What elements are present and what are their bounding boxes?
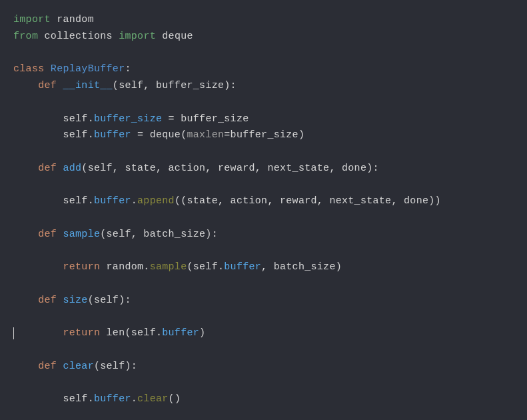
keyword-def: def [38, 295, 57, 306]
args: () [169, 393, 181, 405]
class-name: ReplayBuffer [51, 63, 125, 75]
dot: . [131, 393, 137, 405]
code-line: self.buffer.clear() [13, 391, 514, 408]
code-line: return len(self.buffer) [13, 325, 514, 342]
attribute: buffer_size [94, 113, 162, 125]
code-line: def clear(self): [13, 359, 514, 375]
params: (self): [94, 361, 137, 372]
text: , batch_size) [261, 261, 342, 273]
indent [13, 295, 38, 306]
indent [13, 361, 38, 372]
code-line: self.buffer.append((state, action, rewar… [13, 193, 514, 210]
module-name [51, 14, 57, 25]
method-call: clear [137, 393, 169, 405]
module-name: collections [45, 31, 113, 42]
code-line: def size(self): [13, 293, 514, 309]
keyword-return: return [63, 261, 100, 273]
code-line: def __init__(self, buffer_size): [13, 78, 514, 95]
blank-line [13, 177, 514, 194]
code-editor[interactable]: import random from collections import de… [13, 12, 514, 408]
self-ref: self. [63, 113, 94, 125]
code-line: self.buffer_size = buffer_size [13, 111, 514, 128]
call: len(self. [107, 327, 163, 339]
indent [13, 163, 38, 174]
self-ref: self. [63, 393, 94, 405]
function-name: sample [63, 229, 100, 240]
kwarg: maxlen [187, 129, 224, 141]
blank-line [13, 243, 514, 260]
keyword-def: def [38, 80, 57, 91]
function-name: clear [63, 361, 94, 372]
text: (self. [187, 261, 224, 273]
blank-line [13, 210, 514, 227]
imported-name: deque [162, 31, 193, 42]
code-line: self.buffer = deque(maxlen=buffer_size) [13, 127, 514, 144]
self-ref: self. [63, 129, 94, 141]
keyword-def: def [38, 163, 57, 174]
text: random. [100, 261, 149, 273]
blank-line [13, 375, 514, 392]
call: deque( [150, 129, 187, 141]
attribute: buffer [224, 261, 261, 273]
blank-line [13, 309, 514, 326]
blank-line [13, 342, 514, 359]
text [113, 31, 119, 42]
args: ((state, action, reward, next_state, don… [175, 195, 441, 207]
assignment: = [131, 129, 150, 141]
code-line: def sample(self, batch_size): [13, 227, 514, 243]
keyword-class: class [13, 63, 45, 75]
text [45, 63, 51, 75]
method-call: sample [150, 261, 187, 273]
method-call: append [137, 195, 175, 207]
attribute: buffer [94, 393, 131, 405]
function-name: add [63, 163, 81, 174]
text: =buffer_size) [224, 129, 304, 141]
keyword-import: import [119, 31, 156, 42]
attribute: buffer [94, 129, 131, 141]
code-line: class ReplayBuffer: [13, 61, 514, 78]
text: ) [199, 327, 205, 339]
text [100, 327, 106, 339]
blank-line [13, 144, 514, 161]
code-line: return random.sample(self.buffer, batch_… [13, 259, 514, 276]
keyword-import: import [13, 14, 51, 25]
punctuation: : [125, 63, 131, 75]
function-name: size [63, 295, 87, 306]
params: (self, buffer_size): [113, 80, 237, 91]
indent [13, 80, 38, 91]
blank-line [13, 276, 514, 293]
keyword-return: return [63, 327, 100, 339]
indent [13, 195, 63, 207]
indent [13, 229, 38, 240]
text-cursor [13, 327, 14, 339]
params: (self): [88, 295, 131, 306]
attribute: buffer [162, 327, 199, 339]
indent [13, 113, 63, 125]
indent [13, 261, 63, 273]
blank-line [13, 45, 514, 62]
self-ref: self. [63, 195, 94, 207]
indent [13, 327, 63, 339]
blank-line [13, 95, 514, 111]
keyword-from: from [13, 31, 38, 42]
keyword-def: def [38, 361, 57, 372]
params: (self, batch_size): [100, 229, 218, 240]
indent [13, 129, 63, 141]
text [38, 31, 44, 42]
attribute: buffer [94, 195, 131, 207]
keyword-def: def [38, 229, 57, 240]
text [156, 31, 162, 42]
module-name: random [57, 14, 94, 25]
function-name: __init__ [63, 80, 112, 91]
code-line: def add(self, state, action, reward, nex… [13, 161, 514, 177]
params: (self, state, action, reward, next_state… [81, 163, 378, 174]
code-line: import random [13, 12, 514, 29]
code-line: from collections import deque [13, 29, 514, 45]
indent [13, 393, 63, 405]
assignment: = buffer_size [162, 113, 249, 125]
dot: . [131, 195, 137, 207]
